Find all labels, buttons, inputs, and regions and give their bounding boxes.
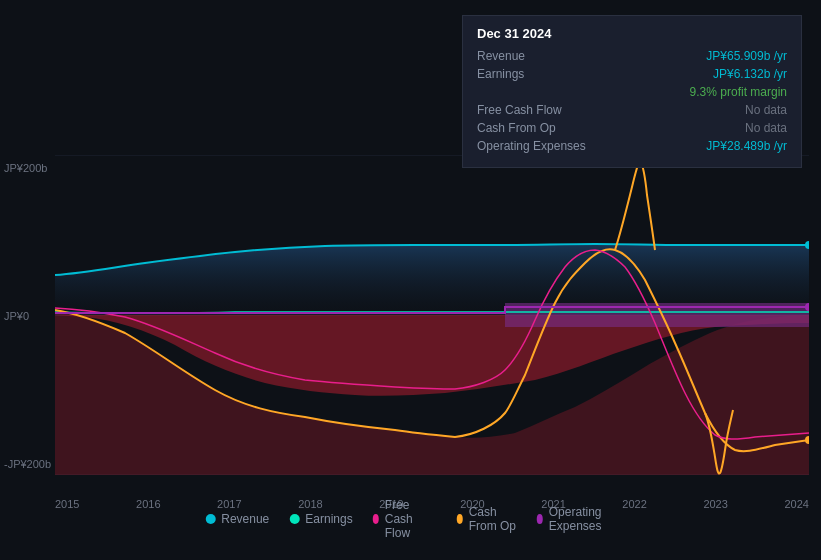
tooltip-margin-value: 9.3% profit margin xyxy=(690,85,787,99)
legend-fcf-label: Free Cash Flow xyxy=(385,498,437,540)
legend-opex-dot xyxy=(537,514,543,524)
legend-revenue[interactable]: Revenue xyxy=(205,512,269,526)
tooltip-cashfromop-label: Cash From Op xyxy=(477,121,597,135)
legend-revenue-label: Revenue xyxy=(221,512,269,526)
x-label-2023: 2023 xyxy=(703,498,727,510)
chart-container: Dec 31 2024 Revenue JP¥65.909b /yr Earni… xyxy=(0,0,821,560)
tooltip-cashfromop-value: No data xyxy=(745,121,787,135)
x-label-2024: 2024 xyxy=(784,498,808,510)
tooltip-revenue-value: JP¥65.909b /yr xyxy=(706,49,787,63)
tooltip-earnings-value: JP¥6.132b /yr xyxy=(713,67,787,81)
legend-revenue-dot xyxy=(205,514,215,524)
tooltip-cashfromop-row: Cash From Op No data xyxy=(477,121,787,135)
main-chart-svg xyxy=(55,155,809,475)
tooltip-earnings-row: Earnings JP¥6.132b /yr xyxy=(477,67,787,81)
legend-earnings-dot xyxy=(289,514,299,524)
tooltip-earnings-label: Earnings xyxy=(477,67,597,81)
legend-cashfromop[interactable]: Cash From Op xyxy=(457,505,517,533)
tooltip-revenue-row: Revenue JP¥65.909b /yr xyxy=(477,49,787,63)
tooltip-fcf-row: Free Cash Flow No data xyxy=(477,103,787,117)
y-label-zero: JP¥0 xyxy=(4,310,29,322)
legend-cashfromop-dot xyxy=(457,514,463,524)
tooltip-fcf-value: No data xyxy=(745,103,787,117)
tooltip-opex-label: Operating Expenses xyxy=(477,139,597,153)
tooltip-title: Dec 31 2024 xyxy=(477,26,787,41)
tooltip-margin-row: 9.3% profit margin xyxy=(477,85,787,99)
y-label-bottom: -JP¥200b xyxy=(4,458,51,470)
y-label-top: JP¥200b xyxy=(4,162,47,174)
chart-legend: Revenue Earnings Free Cash Flow Cash Fro… xyxy=(205,498,616,540)
tooltip-opex-value: JP¥28.489b /yr xyxy=(706,139,787,153)
tooltip-revenue-label: Revenue xyxy=(477,49,597,63)
legend-earnings-label: Earnings xyxy=(305,512,352,526)
legend-opex[interactable]: Operating Expenses xyxy=(537,505,616,533)
x-label-2022: 2022 xyxy=(622,498,646,510)
legend-cashfromop-label: Cash From Op xyxy=(469,505,517,533)
tooltip-box: Dec 31 2024 Revenue JP¥65.909b /yr Earni… xyxy=(462,15,802,168)
legend-fcf-dot xyxy=(373,514,379,524)
x-label-2016: 2016 xyxy=(136,498,160,510)
x-label-2015: 2015 xyxy=(55,498,79,510)
tooltip-fcf-label: Free Cash Flow xyxy=(477,103,597,117)
legend-earnings[interactable]: Earnings xyxy=(289,512,352,526)
tooltip-opex-row: Operating Expenses JP¥28.489b /yr xyxy=(477,139,787,153)
legend-fcf[interactable]: Free Cash Flow xyxy=(373,498,437,540)
legend-opex-label: Operating Expenses xyxy=(549,505,616,533)
